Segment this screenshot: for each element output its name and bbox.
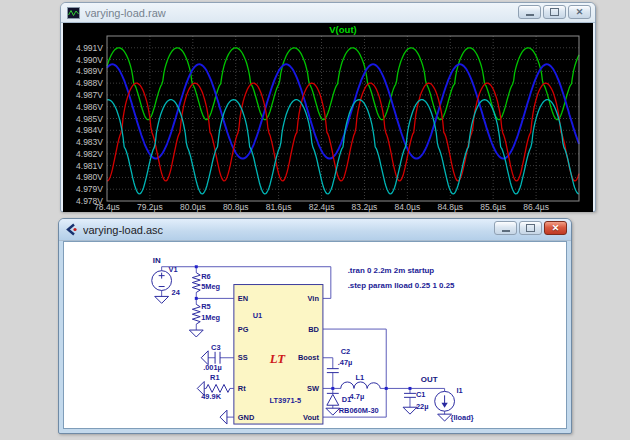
plot-window-titlebar[interactable]: varying-load.raw ✕: [61, 3, 595, 23]
maximize-icon: [526, 224, 535, 232]
component-label[interactable]: 1Meg: [201, 313, 220, 322]
ic-pin-sw: SW: [307, 384, 319, 393]
ic-pin-pg: PG: [238, 325, 249, 334]
x-tick-label: 84.8µs: [437, 202, 463, 212]
component-label[interactable]: V1: [169, 265, 178, 274]
plot-window-title: varying-load.raw: [85, 7, 166, 19]
y-tick-label: 4.988V: [76, 78, 103, 88]
minimize-icon: [526, 14, 534, 16]
component-label[interactable]: .001µ: [203, 363, 222, 372]
y-axis-ticks: 4.991V4.990V4.989V4.988V4.987V4.986V4.98…: [76, 43, 103, 206]
resistor-r1[interactable]: [206, 384, 230, 392]
component-label[interactable]: C2: [341, 347, 350, 356]
ic-pin-rt: Rt: [238, 384, 246, 393]
y-tick-label: 4.982V: [76, 149, 103, 159]
schematic-window-title: varying-load.asc: [83, 224, 163, 236]
schematic-window: varying-load.asc ✕ LT: [58, 218, 572, 434]
component-label[interactable]: .47µ: [338, 358, 353, 367]
component-label[interactable]: R5: [201, 302, 210, 311]
component-label[interactable]: RB060M-30: [339, 406, 379, 415]
maximize-button[interactable]: [519, 221, 542, 235]
component-label[interactable]: 49.9K: [201, 392, 221, 401]
x-tick-label: 83.2µs: [352, 202, 378, 212]
component-label[interactable]: R1: [210, 373, 219, 382]
waveform-chart[interactable]: V(out) 4.991V4.990V4.989V4.988V4.987V4.9…: [63, 23, 593, 212]
desktop: varying-load.raw ✕ V(out) 4.991V4.990V4.…: [0, 0, 630, 440]
component-label[interactable]: R6: [201, 272, 210, 281]
x-tick-label: 79.2µs: [137, 202, 163, 212]
component-label[interactable]: C1: [416, 390, 425, 399]
plot-window: varying-load.raw ✕ V(out) 4.991V4.990V4.…: [60, 2, 596, 212]
resistor-r5[interactable]: [192, 304, 200, 324]
net-label-out[interactable]: OUT: [421, 375, 438, 384]
y-tick-label: 4.980V: [76, 172, 103, 182]
trace-legend[interactable]: V(out): [329, 24, 356, 35]
x-tick-label: 81.6µs: [266, 202, 292, 212]
schematic-window-titlebar[interactable]: varying-load.asc ✕: [59, 219, 571, 241]
y-tick-label: 4.989V: [76, 66, 103, 76]
ground-icon: [438, 414, 452, 421]
component-label[interactable]: 24: [172, 288, 181, 297]
y-tick-label: 4.983V: [76, 137, 103, 147]
minimize-icon: [502, 230, 510, 232]
component-label[interactable]: 4.7µ: [350, 392, 365, 401]
spice-directive[interactable]: .step param Iload 0.25 1 0.25: [348, 281, 455, 290]
ic-pin-bd: BD: [308, 325, 319, 334]
waveform-window-icon: [67, 7, 80, 19]
ic-pin-vout: Vout: [303, 413, 319, 422]
schottky-diode-d1[interactable]: [327, 393, 339, 405]
close-icon: ✕: [552, 224, 560, 233]
y-tick-label: 4.991V: [76, 43, 103, 53]
close-button[interactable]: ✕: [544, 221, 567, 235]
close-button[interactable]: ✕: [568, 5, 591, 19]
schematic-canvas[interactable]: LT: [63, 241, 567, 429]
component-label[interactable]: C3: [211, 343, 220, 352]
resistor-r6[interactable]: [192, 273, 200, 293]
x-tick-label: 84.0µs: [395, 202, 421, 212]
component-label[interactable]: 5Meg: [201, 282, 220, 291]
ic-pin-gnd: GND: [238, 413, 255, 422]
ground-icon: [155, 296, 169, 303]
ic-part-label: LT3971-5: [270, 396, 302, 405]
component-label[interactable]: I1: [456, 386, 462, 395]
component-label[interactable]: L1: [356, 373, 365, 382]
maximize-icon: [550, 8, 559, 16]
x-tick-label: 86.4µs: [523, 202, 549, 212]
ground-icon: [220, 410, 227, 424]
ic-pin-en: EN: [238, 294, 248, 303]
x-tick-label: 80.8µs: [223, 202, 249, 212]
x-axis-ticks: 78.4µs79.2µs80.0µs80.8µs81.6µs82.4µs83.2…: [94, 202, 549, 212]
ground-icon: [189, 330, 203, 337]
x-tick-label: 82.4µs: [309, 202, 335, 212]
y-tick-label: 4.981V: [76, 161, 103, 171]
ground-icon: [326, 408, 340, 415]
capacitor-c1[interactable]: [404, 393, 416, 397]
spice-directive[interactable]: .tran 0 2.2m 2m startup: [348, 266, 435, 275]
y-tick-label: 4.984V: [76, 125, 103, 135]
x-tick-label: 85.6µs: [480, 202, 506, 212]
close-icon: ✕: [576, 8, 584, 17]
component-label[interactable]: {Iload}: [451, 413, 474, 422]
plot-traces: [107, 48, 579, 194]
y-tick-label: 4.985V: [76, 114, 103, 124]
y-tick-label: 4.987V: [76, 90, 103, 100]
ic-ref-label: U1: [253, 311, 262, 320]
inductor-l1[interactable]: [341, 382, 381, 388]
current-source-i1[interactable]: [435, 391, 455, 411]
ltspice-app-icon: [65, 223, 78, 236]
maximize-button[interactable]: [543, 5, 566, 19]
y-tick-label: 4.979V: [76, 184, 103, 194]
y-tick-label: 4.990V: [76, 55, 103, 65]
ground-icon: [403, 407, 417, 414]
lt-logo: LT: [269, 352, 287, 366]
minimize-button[interactable]: [494, 221, 517, 235]
x-tick-label: 78.4µs: [94, 202, 120, 212]
component-label[interactable]: 22µ: [416, 402, 429, 411]
minimize-button[interactable]: [518, 5, 541, 19]
capacitor-c2[interactable]: [327, 369, 339, 373]
ic-pin-vin: Vin: [308, 294, 320, 303]
ic-pin-ss: SS: [238, 353, 248, 362]
ic-pin-boost: Boost: [298, 353, 320, 362]
net-label-in[interactable]: IN: [153, 256, 161, 265]
y-tick-label: 4.986V: [76, 102, 103, 112]
